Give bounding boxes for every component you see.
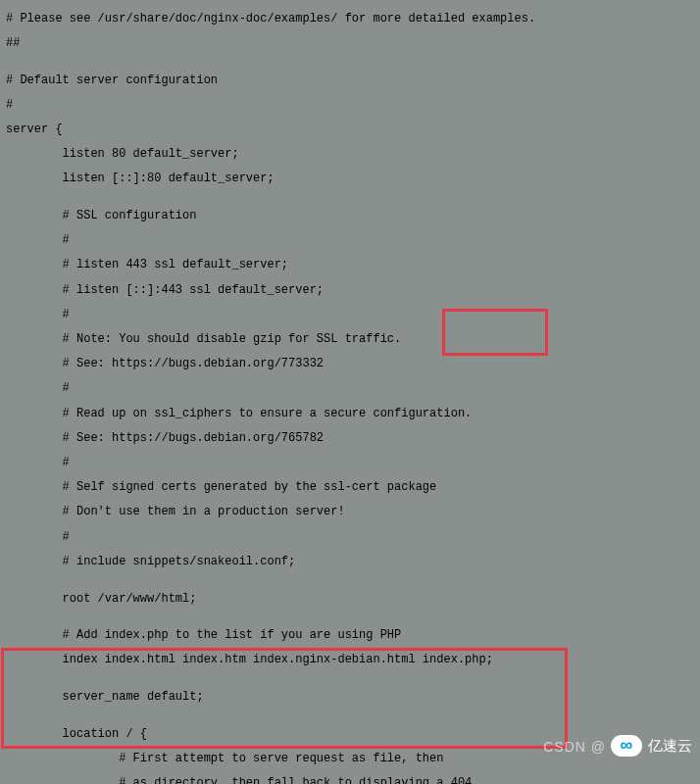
code-line: listen 80 default_server; [6,148,694,161]
code-line: # See: https://bugs.debian.org/773332 [6,358,694,370]
code-line: # [6,309,694,321]
code-line: # as directory, then fall back to displa… [6,777,694,784]
csdn-watermark: CSDN @ [543,739,606,755]
code-line: # Add index.php to the list if you are u… [6,629,694,642]
code-line: # listen [::]:443 ssl default_server; [6,284,694,297]
code-line: server { [6,123,694,136]
code-line: # See: https://bugs.debian.org/765782 [6,432,694,445]
code-line: listen [::]:80 default_server; [6,172,694,185]
config-file-editor: # Please see /usr/share/doc/nginx-doc/ex… [0,0,700,784]
code-line: # listen 443 ssl default_server; [6,259,694,271]
code-line: # include snippets/snakeoil.conf; [6,556,694,568]
code-line: # Please see /usr/share/doc/nginx-doc/ex… [6,13,694,25]
code-line: # First attempt to serve request as file… [6,753,694,765]
code-line: # Don't use them in a production server! [6,506,694,518]
code-line: root /var/www/html; [6,593,694,606]
code-line: # [6,457,694,469]
brand-watermark: 亿速云 [611,735,692,757]
code-line: # Read up on ssl_ciphers to ensure a sec… [6,408,694,420]
code-line: # [6,99,694,112]
code-line: # Self signed certs generated by the ssl… [6,481,694,494]
cloud-icon [611,735,642,757]
brand-text: 亿速云 [648,737,692,756]
code-line: # [6,234,694,247]
code-line: index index.html index.htm index.nginx-d… [6,654,694,666]
code-line: ## [6,37,694,50]
code-line: server_name default; [6,691,694,704]
code-line: # SSL configuration [6,210,694,222]
code-line: # [6,531,694,544]
code-line: # Note: You should disable gzip for SSL … [6,333,694,346]
code-line: # Default server configuration [6,74,694,87]
code-line: # [6,382,694,395]
